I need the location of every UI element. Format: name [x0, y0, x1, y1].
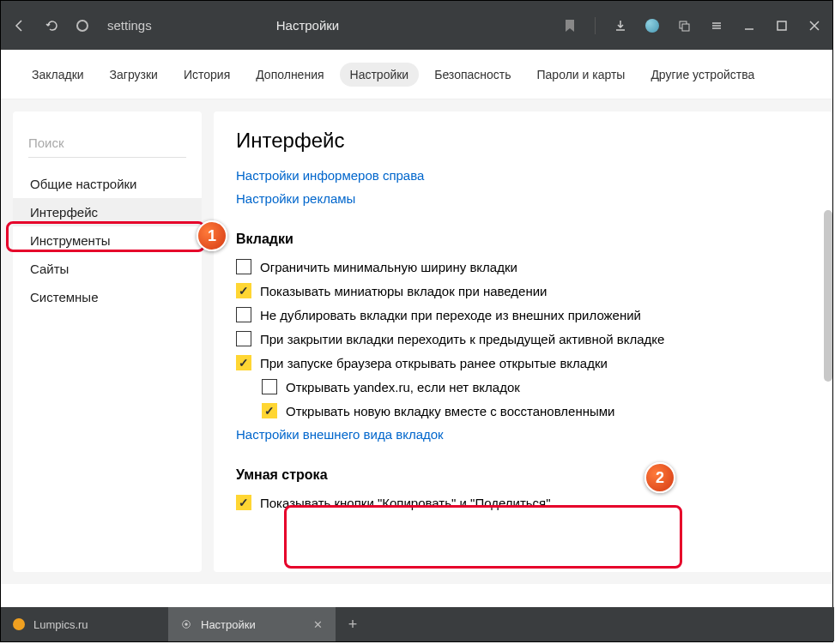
tab-favicon: [13, 618, 25, 630]
checkbox-icon[interactable]: [262, 379, 277, 394]
section-smart-heading: Умная строка: [236, 467, 810, 483]
new-tab-button[interactable]: +: [336, 607, 370, 641]
checkbox-dup-tabs[interactable]: Не дублировать вкладки при переходе из в…: [236, 307, 810, 322]
link-ads[interactable]: Настройки рекламы: [236, 191, 810, 206]
checkbox-label: Открывать yandex.ru, если нет вкладок: [286, 380, 520, 394]
sidebar: Поиск Общие настройки Интерфейс Инструме…: [13, 111, 202, 572]
tab-lumpics[interactable]: Lumpics.ru: [1, 607, 168, 641]
checkbox-label: При запуске браузера открывать ранее отк…: [260, 356, 608, 370]
nav-downloads[interactable]: Загрузки: [100, 63, 168, 87]
svg-rect-2: [778, 21, 786, 30]
checkbox-thumbnails[interactable]: Показывать миниатюры вкладок при наведен…: [236, 283, 810, 298]
checkbox-label: При закрытии вкладки переходить к предыд…: [260, 332, 664, 346]
scrollbar[interactable]: [824, 210, 832, 382]
sidebar-item-general[interactable]: Общие настройки: [13, 170, 202, 198]
copy-icon[interactable]: [676, 18, 692, 33]
checkbox-open-yandex[interactable]: Открывать yandex.ru, если нет вкладок: [262, 379, 810, 394]
checkbox-copy-share[interactable]: Показывать кнопки "Копировать" и "Подели…: [236, 495, 810, 510]
gear-icon: [180, 618, 192, 630]
nav-devices[interactable]: Другие устройства: [640, 63, 765, 87]
checkbox-restore-tabs[interactable]: При запуске браузера открывать ранее отк…: [236, 355, 810, 370]
checkbox-icon[interactable]: [262, 403, 277, 418]
sidebar-item-sites[interactable]: Сайты: [13, 255, 202, 283]
checkbox-label: Ограничить минимальную ширину вкладки: [260, 260, 517, 274]
back-button[interactable]: [11, 17, 28, 34]
url-text[interactable]: settings: [107, 18, 152, 33]
checkbox-prev-tab[interactable]: При закрытии вкладки переходить к предыд…: [236, 331, 810, 346]
nav-history[interactable]: История: [173, 63, 240, 87]
checkbox-icon[interactable]: [236, 283, 251, 298]
tab-settings[interactable]: Настройки ✕: [168, 607, 336, 641]
checkbox-icon[interactable]: [236, 331, 251, 346]
checkbox-label: Не дублировать вкладки при переходе из в…: [260, 308, 641, 322]
checkbox-icon[interactable]: [236, 307, 251, 322]
checkbox-icon[interactable]: [236, 355, 251, 370]
checkbox-icon[interactable]: [236, 495, 251, 510]
menu-icon[interactable]: [709, 18, 724, 33]
sidebar-item-interface[interactable]: Интерфейс: [13, 198, 202, 226]
section-tabs-heading: Вкладки: [236, 232, 810, 247]
tab-label: Lumpics.ru: [33, 618, 88, 631]
content-panel: Интерфейс Настройки информеров справа На…: [214, 111, 832, 572]
checkbox-label: Показывать миниатюры вкладок при наведен…: [260, 284, 548, 298]
svg-rect-1: [682, 24, 689, 31]
checkbox-min-width[interactable]: Ограничить минимальную ширину вкладки: [236, 259, 810, 274]
sidebar-item-system[interactable]: Системные: [13, 283, 202, 311]
maximize-button[interactable]: [774, 18, 790, 33]
divider: [595, 17, 596, 34]
search-input[interactable]: Поиск: [28, 129, 186, 158]
extensions-icon[interactable]: [645, 19, 659, 33]
link-informers[interactable]: Настройки информеров справа: [236, 168, 810, 183]
sidebar-item-tools[interactable]: Инструменты: [13, 226, 202, 255]
reload-button[interactable]: [44, 17, 61, 34]
checkbox-new-tab-with-restored[interactable]: Открывать новую вкладку вместе с восстан…: [262, 403, 810, 418]
checkbox-label: Показывать кнопки "Копировать" и "Подели…: [260, 496, 551, 510]
page-title: Настройки: [276, 18, 340, 33]
site-favicon: [76, 20, 88, 32]
close-button[interactable]: [807, 18, 822, 33]
close-icon[interactable]: ✕: [312, 618, 324, 630]
checkbox-label: Открывать новую вкладку вместе с восстан…: [286, 404, 614, 418]
link-tab-appearance[interactable]: Настройки внешнего вида вкладок: [236, 427, 810, 442]
top-nav: Закладки Загрузки История Дополнения Нас…: [1, 50, 832, 99]
content-heading: Интерфейс: [236, 129, 810, 153]
downloads-icon[interactable]: [613, 18, 628, 33]
nav-extensions[interactable]: Дополнения: [245, 63, 334, 87]
tab-label: Настройки: [201, 618, 256, 631]
nav-settings[interactable]: Настройки: [340, 63, 420, 87]
checkbox-icon[interactable]: [236, 259, 251, 274]
nav-bookmarks[interactable]: Закладки: [21, 63, 94, 87]
bookmark-icon[interactable]: [562, 18, 578, 33]
svg-point-4: [185, 623, 188, 626]
nav-security[interactable]: Безопасность: [424, 63, 521, 87]
minimize-button[interactable]: [741, 18, 757, 33]
tabbar: Lumpics.ru Настройки ✕ +: [1, 607, 834, 641]
nav-passwords[interactable]: Пароли и карты: [527, 63, 636, 87]
titlebar: settings Настройки: [1, 1, 832, 50]
